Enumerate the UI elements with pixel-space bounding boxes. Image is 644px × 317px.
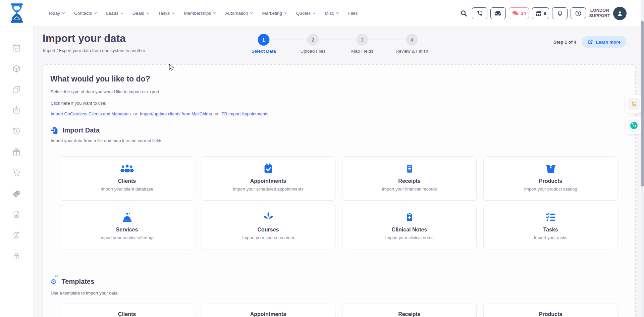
nav-label: Automation	[225, 11, 248, 16]
template-card-appointments[interactable]: Appointments	[201, 304, 335, 317]
storefront-icon	[535, 10, 542, 17]
import-data-section-header: Import Data	[50, 126, 100, 135]
card-title: Clinical Notes	[342, 227, 476, 233]
nav-item-tasks[interactable]: Tasks	[158, 11, 175, 16]
notifications-button[interactable]	[552, 7, 568, 19]
card-description: Import your scheduled appointments	[201, 187, 335, 192]
import-card-clients[interactable]: Clients Import your client database	[60, 156, 194, 201]
cart-widget-button[interactable]	[628, 98, 640, 110]
phone-button[interactable]	[472, 7, 487, 19]
card-title: Products	[484, 178, 618, 184]
shopping-cart-icon[interactable]	[12, 168, 21, 177]
account-name-line1: LONDON	[589, 8, 610, 13]
or-separator: or	[215, 111, 219, 116]
external-link-icon	[588, 39, 593, 45]
page-subtitle: Import / Export your data from one syste…	[43, 48, 145, 53]
calendar-icon[interactable]: 12	[12, 44, 21, 53]
inbox-icon	[494, 10, 501, 17]
chat-count-badge: 14	[521, 11, 526, 16]
step-3-label: Map Fields	[351, 49, 373, 54]
step-3-circle[interactable]: 3	[357, 34, 368, 46]
chevron-down-icon	[213, 12, 216, 15]
step-1-circle[interactable]: 1	[258, 34, 270, 46]
gift-icon[interactable]	[12, 148, 21, 157]
chat-messages-button[interactable]: 14	[509, 7, 529, 19]
nav-item-automation[interactable]: Automation	[225, 11, 253, 16]
nav-label: Memberships	[184, 11, 211, 16]
user-sync-icon[interactable]	[12, 231, 21, 240]
card-title: Clients	[60, 178, 194, 184]
import-card-appointments[interactable]: Appointments Import your scheduled appoi…	[201, 156, 335, 201]
import-card-receipts[interactable]: Receipts Import your financial records	[342, 156, 477, 201]
nav-item-files[interactable]: Files	[348, 11, 358, 16]
card-title: Courses	[201, 227, 335, 233]
spa-leaf-icon	[262, 211, 275, 223]
report-document-icon[interactable]	[12, 210, 21, 219]
import-card-products[interactable]: Products Import your product catalog	[483, 156, 618, 201]
chevron-down-icon	[120, 12, 123, 15]
template-card-products[interactable]: Products	[483, 304, 618, 317]
step-4-circle[interactable]: 4	[406, 34, 418, 46]
scrollbar-track[interactable]	[641, 0, 644, 317]
nav-item-misc[interactable]: Misc	[325, 11, 339, 16]
top-navbar: Today Contacts Leads Deals Tasks Members…	[0, 0, 644, 27]
card-title: Appointments	[201, 178, 335, 184]
users-icon	[119, 163, 135, 174]
user-avatar[interactable]	[613, 7, 627, 20]
store-button[interactable]: 8	[532, 7, 549, 19]
template-card-clients[interactable]: Clients	[60, 304, 194, 317]
card-description: Import your clinical notes	[342, 235, 476, 240]
copy-squares-icon[interactable]	[12, 85, 21, 94]
nav-label: Contacts	[74, 11, 92, 16]
step-2-circle[interactable]: 2	[307, 34, 319, 46]
chat-bubbles-icon	[512, 10, 519, 17]
search-icon	[460, 10, 468, 17]
nav-item-leads[interactable]: Leads	[106, 11, 123, 16]
step-1-label: Select Data	[252, 49, 276, 54]
nav-item-marketing[interactable]: Marketing	[262, 11, 287, 16]
step-indicator-area: Step 1 of 4 Learn more	[553, 36, 627, 48]
step-2-label: Upload Files	[300, 49, 325, 54]
inbox-button[interactable]	[490, 7, 506, 19]
link-mailchimp[interactable]: Import/update clients from MailChimp	[140, 111, 212, 116]
import-card-services[interactable]: Services Import your service offerings	[60, 205, 194, 249]
receipt-icon	[404, 163, 415, 175]
help-button[interactable]: ?	[571, 7, 586, 19]
link-gocardless[interactable]: Import GoCardless Clients and Mandates	[51, 111, 130, 116]
chevron-down-icon	[250, 12, 253, 15]
whatsapp-widget-button[interactable]	[628, 119, 640, 132]
nav-label: Quotes	[296, 11, 311, 16]
search-button[interactable]	[459, 7, 469, 19]
import-card-tasks[interactable]: Tasks Import your tasks	[483, 205, 618, 249]
app-logo-hourglass-icon[interactable]	[7, 3, 26, 23]
padlock-icon[interactable]	[12, 252, 21, 261]
template-card-receipts[interactable]: Receipts	[342, 304, 477, 317]
template-cards-row: Clients Appointments Receipts Products	[60, 304, 618, 317]
import-card-courses[interactable]: Courses Import your course content	[201, 205, 335, 249]
nav-item-contacts[interactable]: Contacts	[74, 11, 97, 16]
link-pb-import[interactable]: PB Import Appointments	[221, 111, 268, 116]
learn-more-button[interactable]: Learn more	[582, 36, 627, 48]
nav-item-memberships[interactable]: Memberships	[184, 11, 216, 16]
nav-label: Tasks	[158, 11, 170, 16]
package-cube-icon[interactable]	[12, 64, 21, 73]
step-4-label: Review & Finish	[396, 49, 428, 54]
import-data-section-subtitle: Import your data from a file and map it …	[51, 138, 162, 143]
calendar-day-label: 12	[15, 47, 18, 51]
bag-import-icon[interactable]	[12, 106, 21, 115]
history-clock-icon[interactable]	[12, 127, 21, 136]
nav-item-quotes[interactable]: Quotes	[296, 11, 316, 16]
price-tag-icon[interactable]: $	[12, 190, 21, 199]
card-description: Import your product catalog	[484, 187, 618, 192]
panel-subheading: Select the type of data you would like t…	[51, 89, 159, 94]
templates-section-title: Templates	[62, 278, 94, 285]
scrollbar-thumb[interactable]	[641, 21, 644, 187]
cart-widget-panel	[626, 95, 642, 113]
nav-item-today[interactable]: Today	[48, 11, 65, 16]
or-separator: or	[133, 111, 137, 116]
card-description: Import your client database	[60, 187, 194, 192]
nav-item-deals[interactable]: Deals	[132, 11, 149, 16]
gears-icon: ⚙⚙	[50, 278, 58, 285]
whatsapp-icon	[630, 121, 638, 130]
import-card-clinical-notes[interactable]: Clinical Notes Import your clinical note…	[342, 205, 477, 249]
